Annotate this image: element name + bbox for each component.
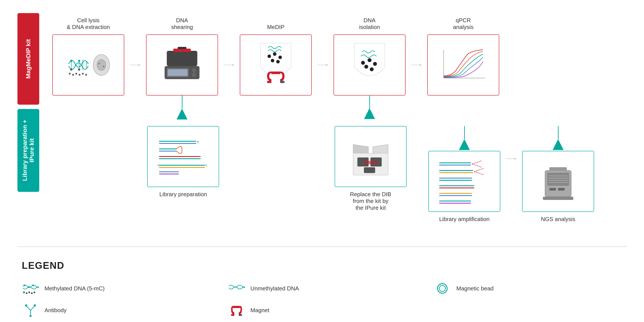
cell-lysis-icon <box>64 51 112 79</box>
step-label-dna-isolation: DNAisolation <box>359 13 380 30</box>
svg-point-14 <box>85 74 87 76</box>
svg-point-32 <box>268 54 271 58</box>
step-label-ngs: NGS analysis <box>541 216 575 233</box>
svg-point-9 <box>69 73 71 74</box>
magnet-icon <box>228 304 245 317</box>
legend-magnet: Magnet <box>228 304 416 317</box>
svg-rect-70 <box>364 161 377 164</box>
svg-rect-27 <box>173 48 191 52</box>
legend-title: LEGEND <box>22 260 622 271</box>
svg-marker-49 <box>420 64 422 66</box>
svg-point-8 <box>78 68 80 71</box>
svg-rect-118 <box>231 314 234 316</box>
svg-marker-71 <box>459 139 470 150</box>
svg-point-107 <box>31 292 33 294</box>
steps-area: Cell lysis& DNA extraction <box>48 13 626 233</box>
svg-rect-23 <box>168 69 188 76</box>
svg-point-11 <box>76 73 77 74</box>
svg-rect-39 <box>280 81 284 83</box>
svg-marker-31 <box>232 64 234 66</box>
dna-isolation-icon <box>350 41 389 89</box>
svg-text:3: 3 <box>205 164 207 167</box>
connector-shearing-library <box>176 96 188 120</box>
svg-rect-26 <box>167 51 197 66</box>
step-label-library-amp: Library amplification <box>439 216 490 233</box>
svg-point-42 <box>361 61 365 65</box>
svg-point-24 <box>192 68 196 72</box>
arrow-amp-to-ngs <box>505 156 518 161</box>
svg-marker-47 <box>364 108 375 119</box>
arrow-cell-to-shearing <box>129 34 142 96</box>
svg-point-25 <box>192 72 196 77</box>
svg-point-116 <box>30 315 32 317</box>
svg-point-43 <box>368 58 372 62</box>
svg-point-102 <box>28 286 30 288</box>
svg-point-44 <box>373 62 377 66</box>
step-box-replace-dib <box>335 126 406 187</box>
main-container: MagMeDIP kit Library preparation + IPure… <box>0 0 644 322</box>
library-prep-icon: 5 5 3 <box>157 135 209 178</box>
svg-line-113 <box>30 306 35 310</box>
svg-rect-38 <box>267 81 272 83</box>
svg-point-35 <box>271 59 274 62</box>
svg-point-33 <box>273 52 276 56</box>
step-dna-shearing: DNAshearing <box>142 13 222 120</box>
magmedip-kit-label: MagMeDIP kit <box>18 13 39 105</box>
sonicator-icon <box>160 46 204 84</box>
svg-rect-97 <box>550 188 556 190</box>
svg-line-112 <box>26 306 30 310</box>
legend-label-magnet: Magnet <box>250 307 270 314</box>
step-box-dna-isolation <box>334 34 406 96</box>
svg-point-101 <box>24 284 25 286</box>
legend-antibody: Antibody <box>22 304 210 317</box>
ngs-icon <box>541 162 576 201</box>
legend-unmethylated-dna: Unmethylated DNA <box>228 282 416 295</box>
svg-rect-99 <box>543 197 573 200</box>
svg-rect-28 <box>178 47 186 49</box>
svg-point-45 <box>364 65 368 69</box>
step-library-amp: Library amplification <box>424 126 505 233</box>
svg-rect-100 <box>550 167 567 170</box>
svg-text:5: 5 <box>158 164 159 167</box>
svg-rect-92 <box>547 173 569 186</box>
svg-point-34 <box>278 56 282 59</box>
arrow-shearing-to-medip <box>222 34 236 96</box>
section-divider <box>18 246 626 247</box>
svg-point-108 <box>34 292 35 293</box>
svg-point-106 <box>28 292 30 293</box>
svg-rect-98 <box>558 188 565 190</box>
svg-point-13 <box>82 73 84 74</box>
legend-label-unmethylated: Unmethylated DNA <box>250 285 299 292</box>
svg-line-78 <box>474 168 484 172</box>
legend-label-antibody: Antibody <box>44 307 66 314</box>
svg-text:5: 5 <box>197 140 199 144</box>
svg-point-46 <box>370 67 374 71</box>
step-ngs: NGS analysis <box>518 126 598 233</box>
svg-marker-89 <box>514 158 517 160</box>
svg-line-79 <box>474 172 484 175</box>
step-medip: MeDIP <box>236 13 316 96</box>
magnetic-bead-icon <box>434 282 451 295</box>
step-cell-lysis: Cell lysis& DNA extraction <box>48 13 129 96</box>
svg-point-103 <box>32 284 34 286</box>
replace-dib-icon <box>349 136 392 177</box>
step-label-qpcr: qPCRanalysis <box>453 13 474 30</box>
step-qpcr: qPCRanalysis <box>423 13 504 96</box>
svg-point-104 <box>23 292 25 293</box>
svg-point-16 <box>97 60 106 70</box>
library-kit-label: Library preparation + IPure kit <box>18 109 39 192</box>
step-label-medip: MeDIP <box>267 13 284 30</box>
step-box-cell-lysis <box>52 34 124 96</box>
svg-line-75 <box>472 164 482 167</box>
step-box-library-amp <box>428 151 500 212</box>
step-replace-dib: Replace the DIBfrom the kit bythe IPure … <box>330 126 411 211</box>
workflow-row-top: Cell lysis& DNA extraction <box>48 13 626 120</box>
svg-rect-69 <box>364 168 375 173</box>
workflow-section: MagMeDIP kit Library preparation + IPure… <box>18 13 626 233</box>
arrow-medip-to-isolation <box>316 34 329 96</box>
svg-rect-37 <box>272 72 280 74</box>
svg-point-7 <box>70 68 72 71</box>
unmethylated-dna-icon <box>228 282 245 295</box>
svg-point-36 <box>276 60 280 64</box>
legend-grid: Methylated DNA (5-mC) Unmethylated DNA <box>22 282 622 317</box>
